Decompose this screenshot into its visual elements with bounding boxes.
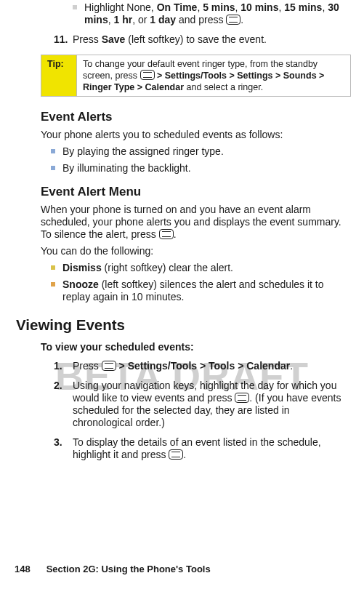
option-10-mins: 10 mins [240, 1, 278, 13]
option-15-mins: 15 mins [284, 1, 322, 13]
menu-p1: When your phone is turned on and you hav… [41, 204, 351, 241]
bullet-snooze: Snooze (left softkey) silences the alert… [51, 279, 351, 303]
viewing-step-3: 3. To display the details of an event li… [54, 436, 351, 461]
text: Press [73, 33, 102, 45]
option-5-mins: 5 mins [203, 1, 235, 13]
text: (left softkey) to save the event. [125, 33, 267, 45]
text: , or [132, 14, 150, 25]
dismiss-label: Dismiss [62, 262, 102, 273]
text: and select a ringer. [184, 82, 263, 92]
tip-label: Tip: [41, 55, 77, 96]
option-on-time: On Time [157, 1, 198, 13]
ok-key-icon [140, 70, 155, 80]
text: To display the details of an event liste… [73, 436, 321, 460]
text: When your phone is turned on and you hav… [41, 204, 341, 240]
alerts-intro: Your phone alerts you to scheduled event… [41, 129, 351, 141]
square-bullet-icon [51, 265, 55, 270]
ok-key-icon [169, 449, 183, 460]
viewing-lead: To view your scheduled events: [41, 341, 351, 353]
text: , [322, 1, 328, 13]
square-bullet-icon [51, 282, 55, 287]
text: Highlight None, [84, 1, 157, 13]
save-label: Save [102, 33, 126, 45]
viewing-step-1: 1. Press > Settings/Tools > Tools > Cale… [54, 360, 351, 372]
text: . [183, 449, 186, 460]
tip-box: Tip: To change your default event ringer… [41, 55, 351, 97]
snooze-label: Snooze [62, 279, 99, 290]
text: and press [176, 14, 226, 25]
step-number: 1. [54, 360, 73, 372]
footer: 148 Section 2G: Using the Phone's Tools [15, 564, 211, 574]
heading-event-alert-menu: Event Alert Menu [41, 185, 351, 199]
heading-viewing-events: Viewing Events [16, 316, 351, 334]
text: By illuminating the backlight. [62, 162, 351, 175]
step-number: 3. [54, 436, 73, 449]
heading-event-alerts: Event Alerts [41, 110, 351, 124]
text: . [290, 360, 293, 372]
tip-body: To change your default event ringer type… [77, 55, 350, 96]
step-number: 2. [54, 380, 73, 392]
step-number: 11. [54, 33, 73, 46]
ok-key-icon [235, 393, 249, 403]
text: , [197, 1, 203, 13]
bullet-ringer: By playing the assigned ringer type. [51, 145, 351, 158]
section-title: Section 2G: Using the Phone's Tools [46, 564, 211, 574]
text: . [174, 228, 177, 240]
text: (right softkey) clear the alert. [102, 262, 233, 273]
option-1-day: 1 day [150, 14, 176, 25]
text: Press [73, 360, 102, 372]
ok-key-icon [159, 229, 174, 239]
nav-path: > Settings/Tools > Tools > Calendar [116, 360, 290, 372]
menu-p2: You can do the following: [41, 245, 351, 257]
page-number: 148 [15, 564, 44, 574]
option-1-hr: 1 hr [113, 14, 132, 25]
viewing-step-2: 2. Using your navigation keys, highlight… [54, 380, 351, 429]
bullet-dismiss: Dismiss (right softkey) clear the alert. [51, 262, 351, 274]
square-bullet-icon [73, 5, 77, 9]
ok-key-icon [226, 15, 240, 25]
square-bullet-icon [51, 166, 55, 170]
text: (left softkey) silences the alert and sc… [62, 279, 324, 302]
bullet-backlight: By illuminating the backlight. [51, 162, 351, 175]
text: By playing the assigned ringer type. [62, 145, 351, 158]
ok-key-icon [102, 361, 116, 371]
bullet-highlight-options: Highlight None, On Time, 5 mins, 10 mins… [73, 1, 351, 26]
square-bullet-icon [51, 149, 55, 153]
step-11: 11. Press Save (left softkey) to save th… [54, 33, 351, 46]
